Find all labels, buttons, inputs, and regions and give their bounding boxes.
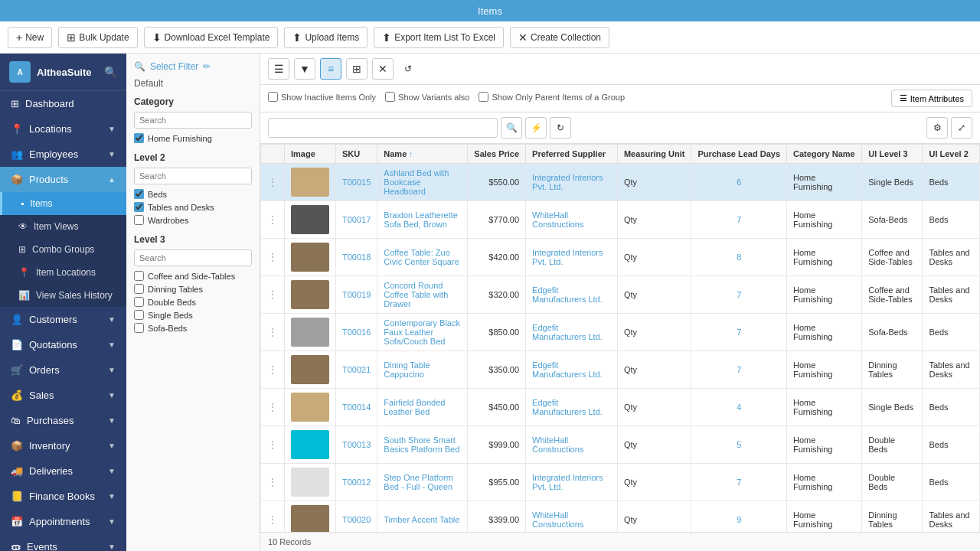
level3-single-beds[interactable]: Single Beds xyxy=(134,310,252,320)
search-input[interactable] xyxy=(268,118,498,138)
sidebar-sub-item-item-views[interactable]: 👁 Item Views xyxy=(0,215,126,238)
table-row[interactable]: ⋮ T00021 Dining Table Cappucino $350.00 … xyxy=(261,351,980,389)
col-sku[interactable]: SKU xyxy=(336,145,377,164)
lightning-btn[interactable]: ⚡ xyxy=(525,117,547,139)
download-excel-btn[interactable]: ⬇Download Excel Template xyxy=(144,27,279,48)
sidebar-item-orders[interactable]: 🛒 Orders▼ xyxy=(0,357,126,383)
chart-view-btn[interactable]: ⊞ xyxy=(346,58,368,80)
col-level3[interactable]: Ul Level 3 xyxy=(862,145,923,164)
grid-view-btn[interactable]: ≡ xyxy=(320,58,341,80)
cell-supplier[interactable]: Edgefit Manufacturers Ltd. xyxy=(526,389,618,426)
cell-name[interactable]: Timber Accent Table xyxy=(377,501,468,533)
sidebar-item-finance-books[interactable]: 📒 Finance Books▼ xyxy=(0,484,126,509)
gear-icon[interactable]: ⚙ xyxy=(926,117,948,139)
cell-name[interactable]: Fairfield Bonded Leather Bed xyxy=(377,389,468,426)
sidebar-item-quotations[interactable]: 📄 Quotations▼ xyxy=(0,332,126,357)
sidebar-item-appointments[interactable]: 📅 Appointments▼ xyxy=(0,509,126,534)
cell-supplier[interactable]: WhiteHall Constructions xyxy=(526,201,618,239)
edit-icon[interactable]: ✏ xyxy=(203,61,211,72)
sidebar-item-purchases[interactable]: 🛍 Purchases▼ xyxy=(0,408,126,433)
new-btn[interactable]: +New xyxy=(8,27,52,48)
col-name[interactable]: Name ↑ xyxy=(377,145,468,164)
show-parent-label[interactable]: Show Only Parent Items of a Group xyxy=(479,92,625,102)
cell-supplier[interactable]: Edgefit Manufacturers Ltd. xyxy=(526,276,618,314)
cell-sku[interactable]: T00015 xyxy=(336,164,377,201)
cell-sku[interactable]: T00013 xyxy=(336,426,377,464)
list-view-btn[interactable]: ☰ xyxy=(268,58,289,80)
upload-items-btn[interactable]: ⬆Upload Items xyxy=(284,27,368,48)
table-row[interactable]: ⋮ T00015 Ashland Bed with Bookcase Headb… xyxy=(261,164,980,201)
cell-name[interactable]: Concord Round Coffee Table with Drawer xyxy=(377,276,468,314)
sidebar-item-dashboard[interactable]: ⊞ Dashboard xyxy=(0,91,126,116)
cell-supplier[interactable]: WhiteHall Constructions xyxy=(526,501,618,533)
cell-name[interactable]: South Shore Smart Basics Platform Bed xyxy=(377,426,468,464)
cell-sku[interactable]: T00014 xyxy=(336,389,377,426)
item-attributes-btn[interactable]: ☰ Item Attributes xyxy=(891,90,972,107)
cell-name[interactable]: Ashland Bed with Bookcase Headboard xyxy=(377,164,468,201)
table-row[interactable]: ⋮ T00020 Timber Accent Table $399.00 Whi… xyxy=(261,501,980,533)
table-row[interactable]: ⋮ T00013 South Shore Smart Basics Platfo… xyxy=(261,426,980,464)
category-home-furnishing[interactable]: Home Furnishing xyxy=(134,133,252,143)
sidebar-sub-item-view-sales-history[interactable]: 📊 View Sales History xyxy=(0,284,126,307)
cell-name[interactable]: Braxton Leatherette Sofa Bed, Brown xyxy=(377,201,468,239)
cell-name[interactable]: Contemporary Black Faux Leather Sofa/Cou… xyxy=(377,314,468,351)
level3-search[interactable] xyxy=(134,249,252,266)
cell-supplier[interactable]: Integrated Interiors Pvt. Ltd. xyxy=(526,164,618,201)
sidebar-item-events[interactable]: 🎟 Events▼ xyxy=(0,534,126,551)
show-variants-label[interactable]: Show Variants also xyxy=(385,92,469,102)
search-button[interactable]: 🔍 xyxy=(501,117,522,139)
sidebar-sub-item-item-locations[interactable]: 📍 Item Locations xyxy=(0,261,126,284)
export-list-btn[interactable]: ⬆Export Item List To Excel xyxy=(374,27,504,48)
col-supplier[interactable]: Preferred Supplier xyxy=(526,145,618,164)
select-filter-label[interactable]: Select Filter xyxy=(150,61,198,72)
table-row[interactable]: ⋮ T00016 Contemporary Black Faux Leather… xyxy=(261,314,980,351)
table-row[interactable]: ⋮ T00012 Step One Platform Bed - Full - … xyxy=(261,464,980,501)
sidebar-item-customers[interactable]: 👤 Customers▼ xyxy=(0,307,126,332)
create-collection-btn[interactable]: ✕Create Collection xyxy=(510,27,609,48)
settings-btn[interactable]: ✕ xyxy=(372,58,394,80)
sidebar-item-sales[interactable]: 💰 Sales▼ xyxy=(0,383,126,408)
col-lead-days[interactable]: Purchase Lead Days xyxy=(691,145,787,164)
sidebar-item-deliveries[interactable]: 🚚 Deliveries▼ xyxy=(0,458,126,484)
level3-double-beds[interactable]: Double Beds xyxy=(134,297,252,307)
col-level2[interactable]: Ul Level 2 xyxy=(923,145,980,164)
cell-name[interactable]: Step One Platform Bed - Full - Queen xyxy=(377,464,468,501)
cell-name[interactable]: Coffee Table: Zuo Civic Center Square xyxy=(377,239,468,276)
search-icon[interactable]: 🔍 xyxy=(104,66,117,78)
show-inactive-label[interactable]: Show Inactive Items Only xyxy=(268,92,376,102)
refresh-btn[interactable]: ↻ xyxy=(550,117,571,139)
sidebar-sub-item-combo-groups[interactable]: ⊞ Combo Groups xyxy=(0,238,126,261)
col-image[interactable]: Image xyxy=(285,145,336,164)
cell-sku[interactable]: T00018 xyxy=(336,239,377,276)
level2-beds[interactable]: Beds xyxy=(134,189,252,199)
level3-dinning[interactable]: Dinning Tables xyxy=(134,284,252,294)
refresh-icon[interactable]: ↺ xyxy=(404,64,412,74)
sidebar-item-inventory[interactable]: 📦 Inventory▼ xyxy=(0,433,126,458)
sidebar-item-products[interactable]: 📦 Products▲ xyxy=(0,167,126,192)
cell-supplier[interactable]: Integrated Interiors Pvt. Ltd. xyxy=(526,464,618,501)
cell-supplier[interactable]: Edgefit Manufacturers Ltd. xyxy=(526,314,618,351)
table-row[interactable]: ⋮ T00018 Coffee Table: Zuo Civic Center … xyxy=(261,239,980,276)
fullscreen-icon[interactable]: ⤢ xyxy=(951,117,972,139)
level2-search[interactable] xyxy=(134,168,252,184)
cell-sku[interactable]: T00019 xyxy=(336,276,377,314)
table-row[interactable]: ⋮ T00014 Fairfield Bonded Leather Bed $4… xyxy=(261,389,980,426)
level3-sofa-beds[interactable]: Sofa-Beds xyxy=(134,323,252,333)
cell-supplier[interactable]: Edgefit Manufacturers Ltd. xyxy=(526,351,618,389)
table-row[interactable]: ⋮ T00019 Concord Round Coffee Table with… xyxy=(261,276,980,314)
col-category[interactable]: Category Name xyxy=(787,145,862,164)
level2-wardrobes[interactable]: Wardrobes xyxy=(134,215,252,225)
sidebar-item-locations[interactable]: 📍 Locations▼ xyxy=(0,116,126,142)
col-price[interactable]: Sales Price xyxy=(468,145,526,164)
cell-sku[interactable]: T00020 xyxy=(336,501,377,533)
col-unit[interactable]: Measuring Unit xyxy=(617,145,691,164)
cell-sku[interactable]: T00016 xyxy=(336,314,377,351)
bulk-update-btn[interactable]: ⊞Bulk Update xyxy=(58,27,137,48)
filter-btn[interactable]: ▼ xyxy=(294,58,315,80)
sidebar-sub-item-items[interactable]: ▪ Items xyxy=(0,192,126,215)
cell-sku[interactable]: T00021 xyxy=(336,351,377,389)
cell-sku[interactable]: T00012 xyxy=(336,464,377,501)
cell-supplier[interactable]: WhiteHall Constructions xyxy=(526,426,618,464)
category-search[interactable] xyxy=(134,112,252,129)
sidebar-item-employees[interactable]: 👥 Employees▼ xyxy=(0,142,126,167)
